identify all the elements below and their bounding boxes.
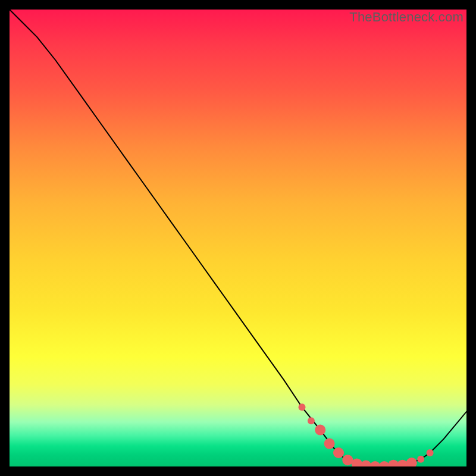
dot [308, 417, 315, 424]
dot [299, 403, 306, 411]
dot [352, 458, 362, 466]
dot [342, 455, 353, 465]
watermark-text: TheBottleneck.com [349, 10, 464, 25]
dot [361, 461, 371, 467]
bottleneck-curve [10, 10, 466, 466]
plot-frame: TheBottleneck.com [10, 10, 466, 466]
dot [333, 447, 344, 458]
plot-svg [10, 10, 466, 466]
dot [427, 449, 434, 456]
dot [406, 458, 417, 466]
dot [369, 461, 380, 466]
dot [397, 460, 408, 466]
highlight-dots [299, 403, 434, 466]
dot [388, 460, 399, 466]
dot [315, 425, 325, 436]
dot [379, 461, 390, 466]
dot [324, 439, 335, 449]
dot [417, 456, 424, 463]
